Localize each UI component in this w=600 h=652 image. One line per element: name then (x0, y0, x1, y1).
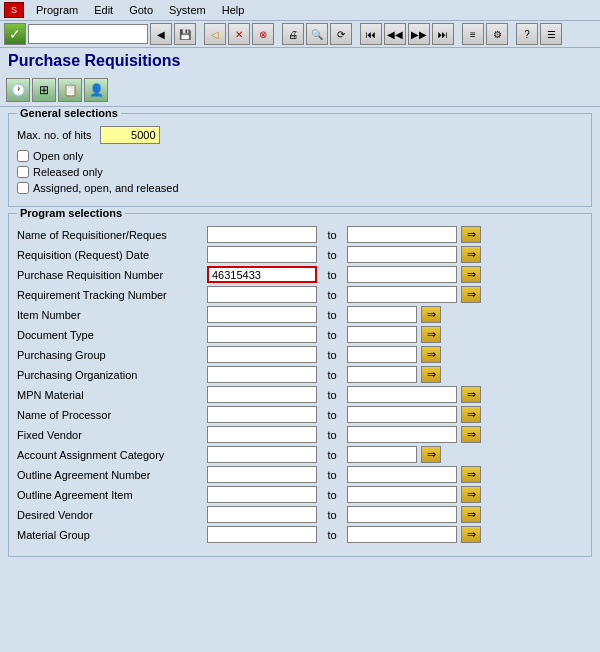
command-input[interactable] (28, 24, 148, 44)
field-input-right[interactable] (347, 306, 417, 323)
field-input-right[interactable] (347, 386, 457, 403)
field-arrow-button[interactable] (461, 286, 481, 303)
field-label: Purchasing Organization (17, 369, 207, 381)
field-arrow-button[interactable] (421, 326, 441, 343)
main-content: General selections Max. no. of hits 5000… (0, 107, 600, 639)
field-input-right[interactable] (347, 266, 457, 283)
field-arrow-button[interactable] (421, 346, 441, 363)
find-button[interactable]: 🔍 (306, 23, 328, 45)
settings-button[interactable]: ⚙ (486, 23, 508, 45)
field-arrow-button[interactable] (421, 306, 441, 323)
field-arrow-button[interactable] (461, 526, 481, 543)
program-field-row: Purchase Requisition Numberto (17, 266, 583, 283)
action-toolbar: 🕐 ⊞ 📋 👤 (0, 76, 600, 107)
menu-bar: S Program Edit Goto System Help (0, 0, 600, 21)
field-input-left[interactable] (207, 306, 317, 323)
field-input-right[interactable] (347, 466, 457, 483)
first-button[interactable]: ⏮ (360, 23, 382, 45)
field-input-left[interactable] (207, 246, 317, 263)
field-arrow-button[interactable] (461, 226, 481, 243)
print-button[interactable]: 🖨 (282, 23, 304, 45)
field-input-left[interactable] (207, 266, 317, 283)
page-title: Purchase Requisitions (8, 52, 181, 69)
user-settings-button[interactable]: 👤 (84, 78, 108, 102)
field-input-left[interactable] (207, 226, 317, 243)
field-arrow-button[interactable] (421, 446, 441, 463)
field-input-right[interactable] (347, 486, 457, 503)
field-input-left[interactable] (207, 446, 317, 463)
menu-help[interactable]: Help (214, 2, 253, 18)
field-input-right[interactable] (347, 506, 457, 523)
program-field-row: Material Groupto (17, 526, 583, 543)
cancel-button[interactable]: ⊗ (252, 23, 274, 45)
program-field-row: Document Typeto (17, 326, 583, 343)
field-arrow-button[interactable] (461, 426, 481, 443)
to-label: to (317, 469, 347, 481)
field-input-right[interactable] (347, 406, 457, 423)
field-input-left[interactable] (207, 326, 317, 343)
field-input-left[interactable] (207, 486, 317, 503)
field-arrow-button[interactable] (461, 406, 481, 423)
program-field-row: Requirement Tracking Numberto (17, 286, 583, 303)
to-label: to (317, 329, 347, 341)
program-field-row: Outline Agreement Numberto (17, 466, 583, 483)
execute-button[interactable]: ✓ (4, 23, 26, 45)
open-only-label: Open only (33, 150, 83, 162)
field-input-left[interactable] (207, 286, 317, 303)
menu-system[interactable]: System (161, 2, 214, 18)
field-input-left[interactable] (207, 366, 317, 383)
field-input-right[interactable] (347, 286, 457, 303)
field-input-left[interactable] (207, 506, 317, 523)
layout-button[interactable]: ⊞ (32, 78, 56, 102)
field-arrow-button[interactable] (461, 246, 481, 263)
field-input-right[interactable] (347, 246, 457, 263)
field-input-right[interactable] (347, 226, 457, 243)
field-input-right[interactable] (347, 526, 457, 543)
field-input-right[interactable] (347, 426, 457, 443)
open-only-checkbox[interactable] (17, 150, 29, 162)
field-input-left[interactable] (207, 466, 317, 483)
field-input-left[interactable] (207, 346, 317, 363)
assigned-open-checkbox[interactable] (17, 182, 29, 194)
field-arrow-button[interactable] (461, 266, 481, 283)
field-input-left[interactable] (207, 406, 317, 423)
nav-left-button[interactable]: ◀ (150, 23, 172, 45)
field-label: Outline Agreement Item (17, 489, 207, 501)
field-arrow-button[interactable] (461, 486, 481, 503)
field-label: Material Group (17, 529, 207, 541)
customize-button[interactable]: ☰ (540, 23, 562, 45)
save-button[interactable]: 💾 (174, 23, 196, 45)
program-field-row: Purchasing Groupto (17, 346, 583, 363)
assigned-open-label: Assigned, open, and released (33, 182, 179, 194)
released-only-checkbox[interactable] (17, 166, 29, 178)
field-label: Name of Requisitioner/Reques (17, 229, 207, 241)
field-arrow-button[interactable] (461, 466, 481, 483)
menu-program[interactable]: Program (28, 2, 86, 18)
prev-button[interactable]: ◀◀ (384, 23, 406, 45)
menu2-button[interactable]: ≡ (462, 23, 484, 45)
exit-button[interactable]: ✕ (228, 23, 250, 45)
field-input-left[interactable] (207, 386, 317, 403)
field-input-left[interactable] (207, 526, 317, 543)
field-arrow-button[interactable] (461, 386, 481, 403)
field-input-right[interactable] (347, 326, 417, 343)
toolbar: ✓ ◀ 💾 ◁ ✕ ⊗ 🖨 🔍 ⟳ ⏮ ◀◀ ▶▶ ⏭ ≡ ⚙ ? ☰ (0, 21, 600, 48)
variants-button[interactable]: 🕐 (6, 78, 30, 102)
menu-goto[interactable]: Goto (121, 2, 161, 18)
back-button[interactable]: ◁ (204, 23, 226, 45)
field-label: MPN Material (17, 389, 207, 401)
find-next-button[interactable]: ⟳ (330, 23, 352, 45)
field-arrow-button[interactable] (461, 506, 481, 523)
save-layout-button[interactable]: 📋 (58, 78, 82, 102)
program-field-row: Desired Vendorto (17, 506, 583, 523)
menu-edit[interactable]: Edit (86, 2, 121, 18)
help-button[interactable]: ? (516, 23, 538, 45)
field-label: Desired Vendor (17, 509, 207, 521)
field-input-right[interactable] (347, 366, 417, 383)
next-button[interactable]: ▶▶ (408, 23, 430, 45)
last-button[interactable]: ⏭ (432, 23, 454, 45)
field-input-left[interactable] (207, 426, 317, 443)
field-arrow-button[interactable] (421, 366, 441, 383)
field-input-right[interactable] (347, 446, 417, 463)
field-input-right[interactable] (347, 346, 417, 363)
